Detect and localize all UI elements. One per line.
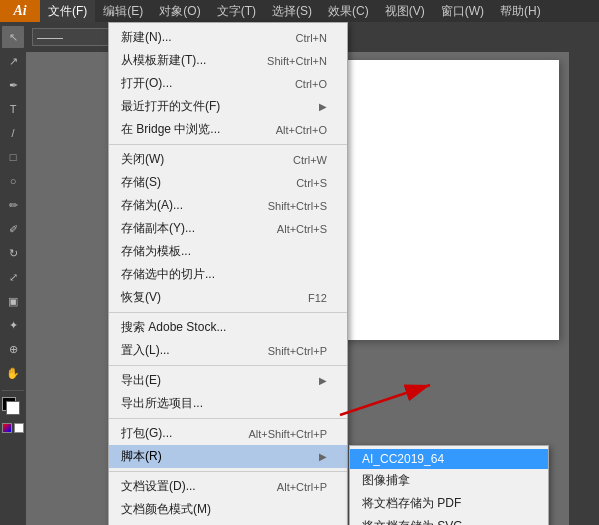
tool-line[interactable]: / — [2, 122, 24, 144]
menu-item-open-label: 打开(O)... — [121, 75, 172, 92]
menu-item-package[interactable]: 打包(G)... Alt+Shift+Ctrl+P — [109, 422, 347, 445]
menu-item-open-shortcut: Ctrl+O — [295, 78, 327, 90]
stroke-swatch[interactable] — [6, 401, 20, 415]
menu-item-close[interactable]: 关闭(W) Ctrl+W — [109, 148, 347, 171]
menu-item-revert[interactable]: 恢复(V) F12 — [109, 286, 347, 309]
tool-brush[interactable]: ✏ — [2, 194, 24, 216]
submenu-item-save-pdf-label: 将文档存储为 PDF — [362, 495, 461, 512]
menu-item-place[interactable]: 置入(L)... Shift+Ctrl+P — [109, 339, 347, 362]
menu-text[interactable]: 文字(T) — [209, 0, 264, 22]
menu-item-search-stock-label: 搜索 Adobe Stock... — [121, 319, 226, 336]
menu-item-save-shortcut: Ctrl+S — [296, 177, 327, 189]
menu-item-save-as-shortcut: Shift+Ctrl+S — [268, 200, 327, 212]
tool-eyedropper[interactable]: ✦ — [2, 314, 24, 336]
menu-item-search-stock[interactable]: 搜索 Adobe Stock... — [109, 316, 347, 339]
menu-item-save-label: 存储(S) — [121, 174, 161, 191]
menu-item-bridge-label: 在 Bridge 中浏览... — [121, 121, 220, 138]
menu-item-package-shortcut: Alt+Shift+Ctrl+P — [248, 428, 327, 440]
menu-item-package-label: 打包(G)... — [121, 425, 172, 442]
submenu-item-ai-cc2019[interactable]: AI_CC2019_64 — [350, 449, 548, 469]
menu-item-recent[interactable]: 最近打开的文件(F) ▶ — [109, 95, 347, 118]
app-logo: Ai — [0, 0, 40, 22]
menu-item-recent-label: 最近打开的文件(F) — [121, 98, 220, 115]
menu-help[interactable]: 帮助(H) — [492, 0, 549, 22]
menu-view[interactable]: 视图(V) — [377, 0, 433, 22]
menu-edit[interactable]: 编辑(E) — [95, 0, 151, 22]
menu-item-color-mode[interactable]: 文档颜色模式(M) — [109, 498, 347, 521]
menubar: Ai 文件(F) 编辑(E) 对象(O) 文字(T) 选择(S) 效果(C) 视… — [0, 0, 599, 22]
menu-file[interactable]: 文件(F) — [40, 0, 95, 22]
menu-sep-3 — [109, 365, 347, 366]
color-swatch-area — [2, 397, 24, 419]
menu-sep-1 — [109, 144, 347, 145]
menu-item-bridge-shortcut: Alt+Ctrl+O — [276, 124, 327, 136]
menu-item-new-template[interactable]: 从模板新建(T)... Shift+Ctrl+N — [109, 49, 347, 72]
menu-item-new-template-label: 从模板新建(T)... — [121, 52, 206, 69]
tool-zoom[interactable]: ⊕ — [2, 338, 24, 360]
no-color-icon[interactable] — [14, 423, 24, 433]
menu-window[interactable]: 窗口(W) — [433, 0, 492, 22]
tool-direct-select[interactable]: ↗ — [2, 50, 24, 72]
tool-text[interactable]: T — [2, 98, 24, 120]
menu-item-new-shortcut: Ctrl+N — [296, 32, 327, 44]
left-toolbar: ↖ ↗ ✒ T / □ ○ ✏ ✐ ↻ ⤢ ▣ ✦ ⊕ ✋ — [0, 22, 26, 525]
menu-item-save[interactable]: 存储(S) Ctrl+S — [109, 171, 347, 194]
line-style-value: —— — [37, 30, 63, 45]
menu-effect[interactable]: 效果(C) — [320, 0, 377, 22]
tool-pencil[interactable]: ✐ — [2, 218, 24, 240]
tool-pen[interactable]: ✒ — [2, 74, 24, 96]
tool-select[interactable]: ↖ — [2, 26, 24, 48]
menu-item-revert-shortcut: F12 — [308, 292, 327, 304]
export-arrow-icon: ▶ — [319, 375, 327, 386]
menu-item-place-shortcut: Shift+Ctrl+P — [268, 345, 327, 357]
tool-scale[interactable]: ⤢ — [2, 266, 24, 288]
menu-item-bridge[interactable]: 在 Bridge 中浏览... Alt+Ctrl+O — [109, 118, 347, 141]
submenu-item-ai-cc2019-label: AI_CC2019_64 — [362, 452, 444, 466]
menu-item-export-selected[interactable]: 导出所选项目... — [109, 392, 347, 415]
menu-item-save-as[interactable]: 存储为(A)... Shift+Ctrl+S — [109, 194, 347, 217]
menu-item-open[interactable]: 打开(O)... Ctrl+O — [109, 72, 347, 95]
submenu-item-save-svg-label: 将文档存储为 SVG — [362, 518, 463, 525]
menu-item-save-template[interactable]: 存储为模板... — [109, 240, 347, 263]
menu-item-scripts-label: 脚本(R) — [121, 448, 162, 465]
menu-item-save-slices-label: 存储选中的切片... — [121, 266, 215, 283]
menu-item-doc-settings-shortcut: Alt+Ctrl+P — [277, 481, 327, 493]
submenu-item-save-pdf[interactable]: 将文档存储为 PDF — [350, 492, 548, 515]
line-style-select[interactable]: —— — [32, 28, 112, 46]
menu-item-new-label: 新建(N)... — [121, 29, 172, 46]
file-menu-dropdown: 新建(N)... Ctrl+N 从模板新建(T)... Shift+Ctrl+N… — [108, 22, 348, 525]
menu-item-new[interactable]: 新建(N)... Ctrl+N — [109, 26, 347, 49]
tool-ellipse[interactable]: ○ — [2, 170, 24, 192]
submenu-item-save-svg[interactable]: 将文档存储为 SVG — [350, 515, 548, 525]
menu-item-doc-settings[interactable]: 文档设置(D)... Alt+Ctrl+P — [109, 475, 347, 498]
menu-item-save-template-label: 存储为模板... — [121, 243, 191, 260]
menu-item-save-copy[interactable]: 存储副本(Y)... Alt+Ctrl+S — [109, 217, 347, 240]
menu-item-revert-label: 恢复(V) — [121, 289, 161, 306]
menu-sep-2 — [109, 312, 347, 313]
color-icon[interactable] — [2, 423, 12, 433]
menu-item-new-template-shortcut: Shift+Ctrl+N — [267, 55, 327, 67]
menu-item-save-as-label: 存储为(A)... — [121, 197, 183, 214]
menu-item-export[interactable]: 导出(E) ▶ — [109, 369, 347, 392]
scripts-arrow-icon: ▶ — [319, 451, 327, 462]
tool-hand[interactable]: ✋ — [2, 362, 24, 384]
color-mode-icons — [2, 423, 24, 433]
scripts-submenu: AI_CC2019_64 图像捕拿 将文档存储为 PDF 将文档存储为 SVG … — [349, 445, 549, 525]
menu-object[interactable]: 对象(O) — [151, 0, 208, 22]
menu-item-save-slices[interactable]: 存储选中的切片... — [109, 263, 347, 286]
menu-sep-5 — [109, 471, 347, 472]
menu-item-file-info[interactable]: 文件信息(I)... Alt+Shift+Ctrl+I — [109, 521, 347, 525]
menu-item-close-shortcut: Ctrl+W — [293, 154, 327, 166]
tool-rect[interactable]: □ — [2, 146, 24, 168]
tool-rotate[interactable]: ↻ — [2, 242, 24, 264]
menu-item-save-copy-shortcut: Alt+Ctrl+S — [277, 223, 327, 235]
submenu-item-image-capture-label: 图像捕拿 — [362, 472, 410, 489]
menu-item-save-copy-label: 存储副本(Y)... — [121, 220, 195, 237]
tool-gradient[interactable]: ▣ — [2, 290, 24, 312]
menu-item-color-mode-label: 文档颜色模式(M) — [121, 501, 211, 518]
drawing-canvas — [339, 60, 559, 340]
right-panel — [569, 22, 599, 525]
menu-item-scripts[interactable]: 脚本(R) ▶ AI_CC2019_64 图像捕拿 将文档存储为 PDF 将文档… — [109, 445, 347, 468]
menu-select[interactable]: 选择(S) — [264, 0, 320, 22]
submenu-item-image-capture[interactable]: 图像捕拿 — [350, 469, 548, 492]
